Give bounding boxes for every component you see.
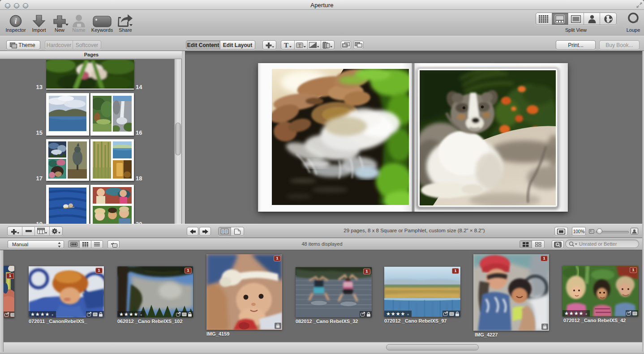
svg-text:T: T (284, 42, 288, 48)
svg-text:i: i (15, 17, 17, 26)
svg-text:T: T (298, 43, 301, 48)
